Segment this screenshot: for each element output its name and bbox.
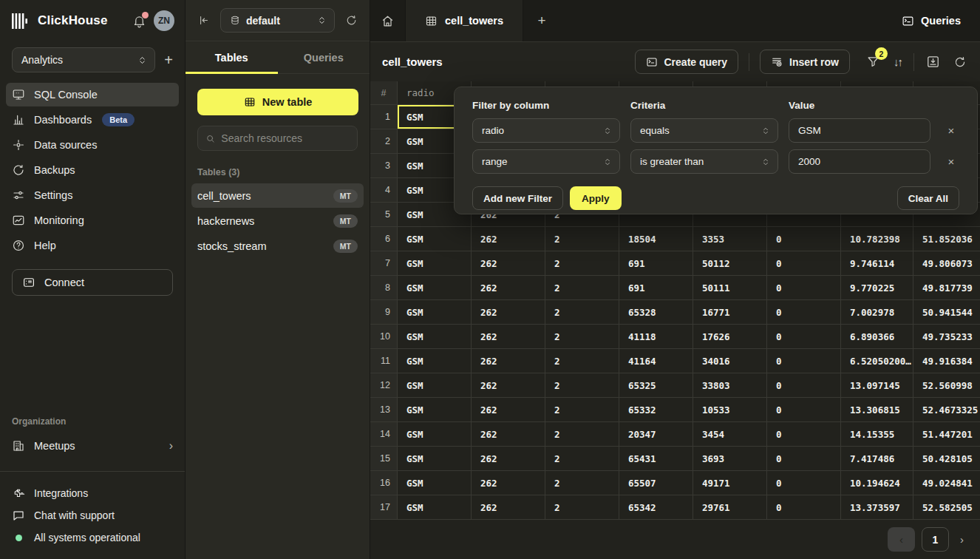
cell[interactable]: 17626 bbox=[693, 325, 767, 349]
cell[interactable]: 0 bbox=[767, 373, 841, 398]
cell[interactable]: 2 bbox=[545, 227, 619, 251]
cell[interactable]: 2 bbox=[545, 471, 619, 495]
cell[interactable]: GSM bbox=[398, 325, 472, 349]
cell[interactable]: 691 bbox=[619, 276, 693, 300]
cell[interactable]: 2 bbox=[545, 349, 619, 373]
cell[interactable]: 49.916384 bbox=[913, 349, 980, 373]
cell[interactable]: 33803 bbox=[693, 373, 767, 398]
database-select[interactable]: default bbox=[220, 8, 335, 33]
cell[interactable]: GSM bbox=[398, 300, 472, 325]
cell[interactable]: GSM bbox=[398, 471, 472, 495]
user-avatar[interactable]: ZN bbox=[154, 10, 174, 31]
search-input[interactable] bbox=[221, 132, 350, 144]
clear-all-filters-button[interactable]: Clear All bbox=[897, 186, 959, 210]
cell[interactable]: 262 bbox=[472, 471, 545, 495]
sort-button[interactable]: ↓↑ bbox=[892, 54, 903, 70]
cell[interactable]: 14.15355 bbox=[841, 422, 913, 447]
cell[interactable]: 262 bbox=[472, 398, 545, 422]
workspace-tab-cell-towers[interactable]: cell_towers bbox=[405, 0, 523, 41]
sidebar-item-sql-console[interactable]: SQL Console bbox=[6, 83, 179, 106]
cell[interactable]: 2 bbox=[545, 398, 619, 422]
cell[interactable]: 65431 bbox=[619, 447, 693, 471]
cell[interactable]: 65342 bbox=[619, 495, 693, 520]
create-query-button[interactable]: Create query bbox=[635, 50, 739, 74]
cell[interactable]: 9.770225 bbox=[841, 276, 913, 300]
new-table-button[interactable]: New table bbox=[197, 89, 358, 115]
cell[interactable]: 49.024841 bbox=[913, 471, 980, 495]
cell[interactable]: 0 bbox=[767, 447, 841, 471]
search-resources[interactable] bbox=[197, 126, 358, 151]
cell[interactable]: 2 bbox=[545, 276, 619, 300]
cell[interactable]: 13.306815 bbox=[841, 398, 913, 422]
cell[interactable]: 2 bbox=[545, 447, 619, 471]
cell[interactable]: 691 bbox=[619, 251, 693, 276]
cell[interactable]: 3693 bbox=[693, 447, 767, 471]
cell[interactable]: GSM bbox=[398, 447, 472, 471]
cell[interactable]: 34016 bbox=[693, 349, 767, 373]
cell[interactable]: 50.941544 bbox=[913, 300, 980, 325]
filter-button[interactable]: 2 bbox=[865, 53, 882, 70]
cell[interactable]: 49.806073 bbox=[913, 251, 980, 276]
cell[interactable]: 0 bbox=[767, 495, 841, 520]
cell[interactable]: 262 bbox=[472, 373, 545, 398]
filter-column-select[interactable]: radio bbox=[472, 118, 620, 143]
next-page-button[interactable]: › bbox=[956, 533, 968, 546]
filter-value-input[interactable] bbox=[789, 118, 930, 143]
cell[interactable]: 0 bbox=[767, 227, 841, 251]
filter-criteria-select[interactable]: is greater than bbox=[630, 149, 778, 174]
queries-button[interactable]: Queries bbox=[882, 0, 980, 41]
cell[interactable]: 13.373597 bbox=[841, 495, 913, 520]
cell[interactable]: 7.417486 bbox=[841, 447, 913, 471]
remove-filter-button[interactable]: × bbox=[948, 155, 955, 168]
home-button[interactable] bbox=[370, 0, 405, 41]
insert-row-button[interactable]: Insert row bbox=[760, 50, 850, 74]
sidebar-item-meetups[interactable]: Meetups › bbox=[6, 434, 179, 458]
cell[interactable]: 2 bbox=[545, 300, 619, 325]
cell[interactable]: 49171 bbox=[693, 471, 767, 495]
cell[interactable]: GSM bbox=[398, 276, 472, 300]
refresh-data-button[interactable] bbox=[952, 54, 968, 70]
cell[interactable]: GSM bbox=[398, 398, 472, 422]
sidebar-item-backups[interactable]: Backups bbox=[6, 158, 179, 182]
prev-page-button[interactable]: ‹ bbox=[888, 527, 915, 552]
cell[interactable]: 262 bbox=[472, 227, 545, 251]
cell[interactable]: 0 bbox=[767, 349, 841, 373]
sidebar-item-dashboards[interactable]: Dashboards Beta bbox=[6, 108, 179, 132]
cell[interactable]: 10.194624 bbox=[841, 471, 913, 495]
cell[interactable]: 2 bbox=[545, 373, 619, 398]
cell[interactable]: 2 bbox=[545, 251, 619, 276]
cell[interactable]: GSM bbox=[398, 349, 472, 373]
sidebar-item-data-sources[interactable]: Data sources bbox=[6, 133, 179, 157]
current-page-button[interactable]: 1 bbox=[922, 527, 949, 552]
new-tab-button[interactable]: + bbox=[523, 0, 560, 41]
cell[interactable]: 16771 bbox=[693, 300, 767, 325]
sidebar-item-chat-support[interactable]: Chat with support bbox=[0, 504, 185, 526]
cell[interactable]: 13.097145 bbox=[841, 373, 913, 398]
cell[interactable]: 2 bbox=[545, 422, 619, 447]
add-service-button[interactable]: + bbox=[164, 52, 173, 67]
cell[interactable]: GSM bbox=[398, 373, 472, 398]
cell[interactable]: 52.4673325 bbox=[913, 398, 980, 422]
cell[interactable]: 0 bbox=[767, 276, 841, 300]
cell[interactable]: 3454 bbox=[693, 422, 767, 447]
cell[interactable]: 10.782398 bbox=[841, 227, 913, 251]
cell[interactable]: 18504 bbox=[619, 227, 693, 251]
notifications-button[interactable] bbox=[132, 14, 146, 28]
table-list-item-stocks-stream[interactable]: stocks_stream MT bbox=[191, 234, 364, 258]
cell[interactable]: 262 bbox=[472, 251, 545, 276]
table-list-item-cell-towers[interactable]: cell_towers MT bbox=[191, 183, 364, 208]
filter-column-select[interactable]: range bbox=[472, 149, 620, 174]
cell[interactable]: 7.002978 bbox=[841, 300, 913, 325]
sidebar-item-help[interactable]: Help bbox=[6, 234, 179, 257]
cell[interactable]: 50111 bbox=[693, 276, 767, 300]
cell[interactable]: 51.852036 bbox=[913, 227, 980, 251]
cell[interactable]: 6.52050200… bbox=[841, 349, 913, 373]
download-button[interactable] bbox=[925, 53, 942, 70]
filter-value-input[interactable] bbox=[789, 149, 930, 174]
cell[interactable]: 52.560998 bbox=[913, 373, 980, 398]
cell[interactable]: 49.735233 bbox=[913, 325, 980, 349]
cell[interactable]: 262 bbox=[472, 325, 545, 349]
sidebar-item-monitoring[interactable]: Monitoring bbox=[6, 209, 179, 232]
cell[interactable]: 3353 bbox=[693, 227, 767, 251]
cell[interactable]: 65332 bbox=[619, 398, 693, 422]
